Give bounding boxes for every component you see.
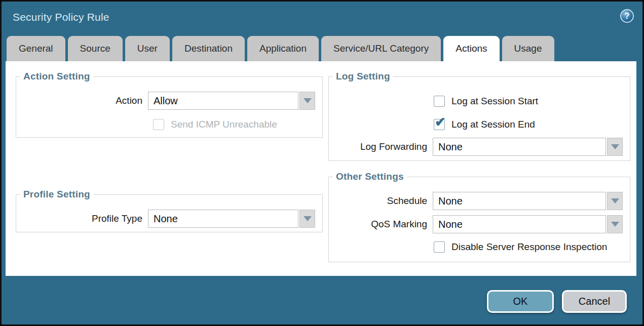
log-setting-group: Log Setting Log at Session Start ✔ Log a…: [328, 71, 630, 161]
log-at-session-start-checkbox[interactable]: [434, 96, 445, 107]
log-at-session-end-label: Log at Session End: [445, 119, 535, 130]
other-settings-group: Other Settings Schedule None QoS Marking…: [328, 171, 630, 262]
chevron-down-icon: [611, 144, 619, 149]
send-icmp-unreachable-label: Send ICMP Unreachable: [164, 119, 277, 130]
disable-server-response-inspection-label: Disable Server Response Inspection: [445, 241, 607, 253]
tab-usage[interactable]: Usage: [502, 36, 554, 61]
schedule-dropdown-value[interactable]: None: [433, 192, 606, 210]
chevron-down-icon: [304, 216, 312, 221]
log-forwarding-label: Log Forwarding: [329, 141, 433, 152]
cancel-button[interactable]: Cancel: [562, 290, 627, 313]
send-icmp-unreachable-checkbox: [153, 119, 164, 130]
action-dropdown-button[interactable]: [299, 92, 315, 110]
help-icon[interactable]: ?: [620, 9, 634, 23]
schedule-dropdown-button[interactable]: [607, 192, 623, 210]
action-setting-legend: Action Setting: [20, 71, 93, 82]
profile-type-dropdown-button[interactable]: [299, 210, 315, 228]
schedule-dropdown[interactable]: None: [433, 192, 623, 210]
log-forwarding-dropdown-button[interactable]: [607, 138, 623, 156]
profile-type-label: Profile Type: [16, 213, 148, 224]
action-label: Action: [16, 95, 148, 106]
log-setting-legend: Log Setting: [333, 71, 393, 82]
tab-source[interactable]: Source: [68, 36, 123, 61]
log-at-session-start-label: Log at Session Start: [445, 96, 538, 107]
qos-marking-dropdown[interactable]: None: [433, 215, 623, 233]
checkmark-icon: ✔: [435, 115, 446, 129]
other-settings-legend: Other Settings: [333, 171, 407, 182]
tab-actions[interactable]: Actions: [443, 36, 499, 61]
tab-user[interactable]: User: [125, 36, 170, 61]
tab-bar: General Source User Destination Applicat…: [7, 36, 554, 61]
titlebar: Security Policy Rule ?: [2, 2, 642, 34]
tab-destination[interactable]: Destination: [172, 36, 245, 61]
schedule-label: Schedule: [329, 195, 433, 207]
profile-type-dropdown[interactable]: None: [148, 210, 315, 228]
action-dropdown[interactable]: Allow: [148, 92, 315, 110]
qos-marking-dropdown-value[interactable]: None: [433, 215, 606, 233]
tab-application[interactable]: Application: [247, 36, 319, 61]
log-forwarding-dropdown-value[interactable]: None: [433, 138, 606, 156]
log-at-session-end-checkbox[interactable]: ✔: [434, 119, 445, 130]
security-policy-rule-dialog: Security Policy Rule ? General Source Us…: [0, 0, 644, 326]
profile-setting-group: Profile Setting Profile Type None: [16, 189, 323, 232]
qos-marking-label: QoS Marking: [329, 219, 433, 230]
chevron-down-icon: [611, 198, 619, 203]
chevron-down-icon: [304, 98, 312, 103]
action-dropdown-value[interactable]: Allow: [148, 92, 298, 110]
action-setting-group: Action Setting Action Allow Send ICMP Un…: [16, 71, 323, 138]
tab-general[interactable]: General: [7, 36, 65, 61]
profile-type-dropdown-value[interactable]: None: [148, 210, 298, 228]
tab-service-url-category[interactable]: Service/URL Category: [321, 36, 441, 61]
tab-content-actions: Action Setting Action Allow Send ICMP Un…: [6, 61, 636, 276]
log-forwarding-dropdown[interactable]: None: [433, 138, 623, 156]
disable-server-response-inspection-checkbox[interactable]: [434, 241, 445, 253]
qos-marking-dropdown-button[interactable]: [607, 215, 623, 233]
dialog-title: Security Policy Rule: [13, 11, 109, 23]
ok-button[interactable]: OK: [487, 290, 554, 313]
chevron-down-icon: [611, 222, 619, 227]
profile-setting-legend: Profile Setting: [20, 189, 93, 200]
dialog-footer: OK Cancel: [487, 290, 627, 313]
